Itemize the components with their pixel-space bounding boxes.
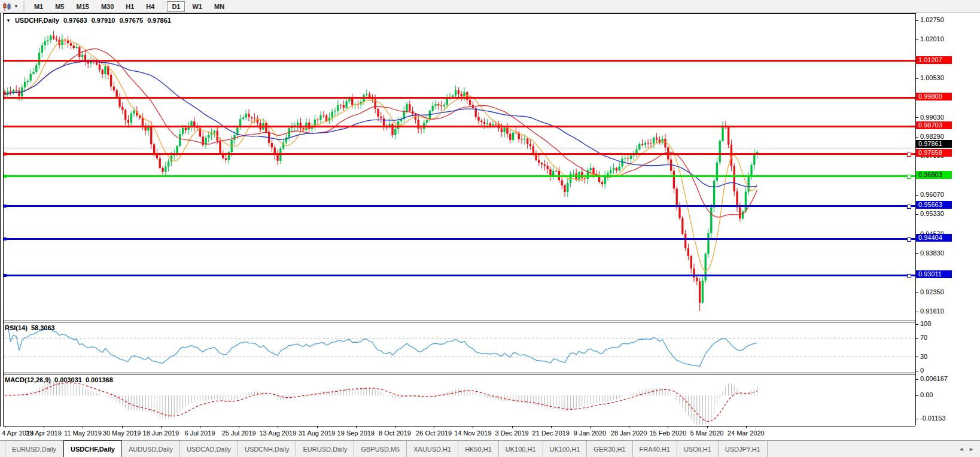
price-badge-0.97861: 0.97861 — [916, 140, 952, 148]
date-tick — [278, 426, 278, 428]
level-line-0.93011[interactable] — [0, 275, 915, 276]
timeframe-toolbar: ▼ M1M5M15M30H1H4D1W1MN — [0, 0, 980, 13]
level-handle-right-0.97658[interactable] — [907, 153, 911, 157]
chart-tab-hk50-h1[interactable]: HK50,H1 — [458, 441, 499, 457]
date-tick — [590, 426, 591, 428]
rsi-value: 58.3063 — [31, 324, 55, 331]
timeframe-button-m5[interactable]: M5 — [50, 1, 69, 12]
level-handle-right-0.93011[interactable] — [907, 274, 911, 278]
level-handle-left-0.96803[interactable] — [4, 175, 7, 178]
ohlc-open: 0.97683 — [63, 17, 87, 24]
price-badge-1.01207: 1.01207 — [916, 56, 952, 64]
chart-tab-usdcnh-daily[interactable]: USDCNH,Daily — [238, 441, 297, 457]
price-axis[interactable]: 1.027501.020101.005300.990300.982900.975… — [915, 13, 980, 425]
macd-tick-0.006167: 0.006167 — [916, 375, 948, 383]
date-label-16: 28 Jan 2020 — [611, 429, 647, 437]
level-line-0.98703[interactable] — [0, 126, 915, 127]
timeframe-button-mn[interactable]: MN — [209, 1, 229, 12]
price-tick-0.98290: 0.98290 — [916, 133, 944, 141]
chart-type-button[interactable]: ▼ — [0, 2, 21, 11]
rsi-tick-0: 0 — [916, 367, 924, 374]
price-tick-0.92350: 0.92350 — [916, 288, 944, 296]
timeframe-button-h1[interactable]: H1 — [121, 1, 139, 12]
level-line-0.94404[interactable] — [0, 238, 915, 240]
main-chart-pane[interactable]: ▼ USDCHF,Daily 0.97683 0.97910 0.97675 0… — [0, 13, 915, 321]
level-line-0.96803[interactable] — [0, 175, 915, 177]
level-line-0.99800[interactable] — [0, 97, 915, 99]
price-tick-0.99030: 0.99030 — [916, 114, 944, 121]
ohlc-low: 0.97675 — [119, 17, 143, 24]
chart-tab-usdjpy-h1[interactable]: USDJPY,H1 — [719, 441, 768, 457]
chart-type-icon — [2, 2, 12, 11]
level-handle-right-0.95663[interactable] — [907, 205, 911, 209]
date-axis[interactable]: 4 Apr 201923 Apr 201911 May 201930 May 2… — [0, 426, 980, 440]
macd-tick--0.01153: -0.01153 — [916, 415, 946, 422]
level-handle-left-0.94404[interactable] — [4, 237, 7, 240]
price-tick-0.96070: 0.96070 — [916, 191, 944, 199]
date-label-18: 5 Mar 2020 — [690, 429, 724, 437]
date-label-10: 8 Oct 2019 — [379, 429, 411, 437]
date-label-3: 30 May 2019 — [103, 429, 141, 437]
level-line-1.01207[interactable] — [0, 60, 915, 62]
chart-tab-eurusd-daily[interactable]: EURUSD,Daily — [5, 441, 63, 457]
macd-tick-0.00: 0.00 — [916, 391, 933, 399]
date-tick — [200, 426, 200, 428]
date-tick — [629, 426, 629, 428]
chart-tab-eurusd-daily[interactable]: EURUSD,Daily — [296, 441, 354, 457]
rsi-pane[interactable]: RSI(14) 58.3063 — [0, 322, 915, 373]
timeframe-button-m1[interactable]: M1 — [29, 1, 48, 12]
rsi-tick-100: 100 — [916, 320, 931, 328]
macd-pane[interactable]: MACD(12,26,9) 0.003031 0.001368 — [0, 374, 915, 426]
macd-value-signal: 0.001368 — [86, 376, 113, 383]
tab-scroll-right-icon[interactable]: ► — [969, 446, 974, 452]
tab-scroll-left-icon[interactable]: ◄ — [958, 446, 964, 452]
date-tick — [161, 426, 162, 428]
date-tick — [122, 426, 123, 428]
level-handle-right-0.94404[interactable] — [907, 237, 911, 242]
price-tick-1.02750: 1.02750 — [916, 16, 944, 24]
timeframe-button-h4[interactable]: H4 — [141, 1, 159, 12]
symbol-label: USDCHF,Daily — [15, 17, 59, 24]
chart-tab-usdcad-daily[interactable]: USDCAD,Daily — [180, 441, 238, 457]
date-label-11: 26 Oct 2019 — [416, 429, 452, 437]
chart-tab-usdchf-daily[interactable]: USDCHF,Daily — [63, 440, 122, 457]
tab-scroll-arrows: ◄ ► — [958, 441, 980, 457]
level-handle-left-0.97658[interactable] — [4, 153, 7, 156]
price-badge-0.98703: 0.98703 — [916, 121, 952, 129]
price-badge-0.97658: 0.97658 — [916, 149, 952, 157]
level-line-0.97658[interactable] — [0, 153, 915, 155]
chart-tab-xauusd-h1[interactable]: XAUUSD,H1 — [407, 441, 458, 457]
ohlc-close: 0.97861 — [147, 17, 171, 24]
date-label-14: 21 Dec 2019 — [532, 429, 570, 437]
level-handle-left-0.93011[interactable] — [4, 274, 7, 277]
level-handle-left-0.95663[interactable] — [4, 205, 7, 208]
macd-chart[interactable] — [0, 374, 915, 426]
timeframe-button-m15[interactable]: M15 — [71, 1, 93, 12]
rsi-name: RSI(14) — [5, 324, 28, 331]
level-line-0.95663[interactable] — [0, 205, 915, 207]
chart-type-caret-icon: ▼ — [14, 4, 19, 9]
timeframe-button-d1[interactable]: D1 — [167, 1, 185, 12]
date-tick — [44, 426, 44, 428]
rsi-label: RSI(14) 58.3063 — [5, 324, 55, 331]
chart-tab-uk100-h1[interactable]: UK100,H1 — [543, 441, 588, 457]
timeframe-button-m30[interactable]: M30 — [96, 1, 118, 12]
date-tick — [356, 426, 357, 428]
date-tick — [746, 426, 747, 428]
window-left-frame — [0, 13, 4, 426]
level-handle-right-0.96803[interactable] — [907, 175, 911, 179]
chart-tab-usoil-h1[interactable]: USOil,H1 — [677, 441, 719, 457]
price-tick-0.91610: 0.91610 — [916, 307, 944, 315]
rsi-chart[interactable] — [0, 322, 915, 373]
date-label-17: 15 Feb 2020 — [650, 429, 687, 437]
timeframe-button-w1[interactable]: W1 — [187, 1, 207, 12]
date-tick — [5, 426, 5, 428]
chart-tab-gbpusd-m5[interactable]: GBPUSD,M5 — [354, 441, 407, 457]
date-tick — [707, 426, 708, 428]
chart-tab-fra40-h1[interactable]: FRA40,H1 — [633, 441, 677, 457]
chart-tab-audusd-daily[interactable]: AUDUSD,Daily — [122, 441, 180, 457]
chart-tab-uk100-h1[interactable]: UK100,H1 — [499, 441, 543, 457]
chart-tab-ger30-h1[interactable]: GER30,H1 — [587, 441, 632, 457]
price-tick-1.00530: 1.00530 — [916, 74, 944, 82]
price-badge-0.94404: 0.94404 — [916, 234, 952, 242]
